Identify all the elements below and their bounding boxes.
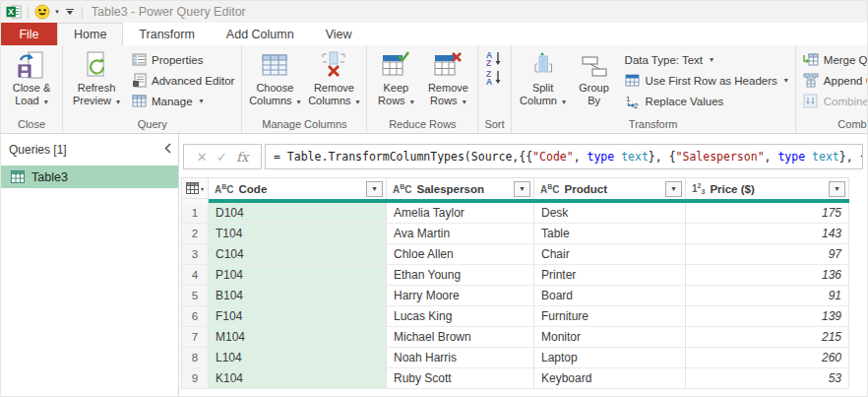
table-row: 7M104Michael BrownMonitor215 (182, 327, 849, 348)
query-list-item-table3[interactable]: Table3 (1, 165, 178, 188)
cell-product[interactable]: Table (534, 224, 686, 243)
cell-salesperson[interactable]: Michael Brown (387, 327, 534, 347)
manage-button[interactable]: Manage ▾ (127, 91, 238, 111)
cell-product[interactable]: Chair (534, 244, 686, 264)
cell-price[interactable]: 91 (686, 286, 849, 305)
cell-code[interactable]: C104 (209, 244, 387, 264)
filter-dropdown-button[interactable]: ▼ (514, 181, 530, 197)
keep-rows-button[interactable]: Keep Rows ▾ (370, 48, 421, 108)
group-by-button[interactable]: Group By (572, 48, 617, 107)
column-name: Price ($) (710, 183, 829, 195)
fx-icon[interactable]: fx (236, 150, 248, 165)
properties-button[interactable]: Properties (127, 49, 238, 70)
cell-product[interactable]: Board (534, 286, 686, 305)
row-number[interactable]: 7 (182, 327, 209, 347)
cell-price[interactable]: 175 (686, 203, 849, 223)
row-number[interactable]: 6 (182, 306, 209, 326)
replace-values-button[interactable]: 1 2 Replace Values (621, 91, 792, 111)
svg-text:Z: Z (486, 58, 491, 67)
cell-price[interactable]: 260 (686, 348, 849, 367)
cell-salesperson[interactable]: Lucas King (387, 306, 534, 326)
formula-text: = Table.TransformColumnTypes(Source,{{"C… (274, 150, 863, 164)
filter-dropdown-button[interactable]: ▼ (829, 181, 845, 197)
append-queries-button[interactable]: Append Queries ▾ (799, 70, 868, 91)
cell-salesperson[interactable]: Chloe Allen (387, 244, 534, 264)
column-header-price[interactable]: 123Price ($)▼ (686, 178, 849, 199)
formula-segment: , (574, 150, 588, 164)
cell-product[interactable]: Laptop (534, 348, 686, 367)
ribbon-group-reduce-rows: Keep Rows ▾ Remove Rows ▾ (367, 45, 478, 133)
row-number[interactable]: 3 (182, 244, 209, 264)
advanced-editor-button[interactable]: Advanced Editor (127, 70, 238, 91)
row-number[interactable]: 5 (182, 286, 209, 305)
customize-quick-access-icon[interactable] (64, 9, 76, 15)
choose-columns-label: Choose Columns (249, 82, 293, 106)
cell-code[interactable]: B104 (209, 286, 387, 305)
cell-code[interactable]: M104 (209, 327, 387, 347)
sort-ascending-button[interactable]: A Z (483, 49, 505, 68)
smiley-dropdown-caret[interactable]: ▾ (55, 8, 59, 16)
cell-code[interactable]: D104 (209, 203, 387, 223)
tab-transform[interactable]: Transform (123, 23, 211, 45)
formula-input[interactable]: = Table.TransformColumnTypes(Source,{{"C… (265, 144, 863, 169)
row-number[interactable]: 8 (182, 348, 209, 367)
text-type-icon[interactable]: ABC (540, 183, 560, 195)
column-header-code[interactable]: ABCCode▼ (209, 178, 387, 199)
row-number[interactable]: 2 (182, 224, 209, 243)
tab-add-column[interactable]: Add Column (211, 23, 310, 45)
row-number[interactable]: 4 (182, 265, 209, 285)
ribbon-group-query: Refresh Preview ▾ (63, 45, 242, 133)
cell-price[interactable]: 97 (686, 244, 849, 264)
cancel-formula-icon[interactable]: ✕ (197, 150, 208, 165)
tab-file[interactable]: File (1, 23, 57, 45)
tab-home[interactable]: Home (57, 23, 123, 45)
cell-code[interactable]: F104 (209, 306, 387, 326)
cell-salesperson[interactable]: Amelia Taylor (387, 203, 534, 223)
cell-code[interactable]: L104 (209, 348, 387, 367)
text-type-icon[interactable]: ABC (393, 183, 412, 195)
merge-queries-button[interactable]: Merge Queries ▾ (799, 49, 868, 70)
row-number[interactable]: 1 (182, 203, 209, 223)
cell-price[interactable]: 53 (686, 368, 849, 388)
choose-columns-button[interactable]: Choose Columns ▾ (245, 48, 304, 108)
cell-code[interactable]: P104 (209, 265, 387, 285)
cell-product[interactable]: Printer (534, 265, 686, 285)
cell-price[interactable]: 215 (686, 327, 849, 347)
cell-price[interactable]: 139 (686, 306, 849, 326)
cell-salesperson[interactable]: Ruby Scott (387, 368, 534, 388)
filter-dropdown-button[interactable]: ▼ (665, 181, 682, 197)
close-and-load-button[interactable]: Close & Load ▾ (4, 48, 59, 108)
use-first-row-as-headers-button[interactable]: Use First Row as Headers ▾ (621, 70, 792, 91)
data-type-button[interactable]: Data Type: Text ▾ (621, 49, 792, 70)
cell-salesperson[interactable]: Noah Harris (387, 348, 534, 367)
tab-view[interactable]: View (310, 23, 368, 45)
remove-columns-button[interactable]: Remove Columns ▾ (304, 48, 363, 108)
cell-salesperson[interactable]: Ava Martin (387, 224, 534, 243)
cell-product[interactable]: Furniture (534, 306, 686, 326)
cell-salesperson[interactable]: Ethan Young (387, 265, 534, 285)
filter-dropdown-button[interactable]: ▼ (366, 181, 383, 197)
cell-product[interactable]: Monitor (534, 327, 686, 347)
split-column-button[interactable]: Split Column ▾ (515, 48, 572, 108)
row-number[interactable]: 9 (182, 368, 209, 388)
column-header-product[interactable]: ABCProduct▼ (534, 178, 686, 199)
commit-formula-icon[interactable]: ✓ (217, 150, 227, 165)
column-header-salesperson[interactable]: ABCSalesperson▼ (387, 178, 534, 199)
replace-values-label: Replace Values (646, 96, 724, 107)
cell-price[interactable]: 136 (686, 265, 849, 285)
sort-descending-button[interactable]: Z A (483, 68, 505, 87)
queries-pane-title: Queries [1] (9, 143, 67, 157)
smiley-icon[interactable] (34, 4, 50, 20)
cell-salesperson[interactable]: Harry Moore (387, 286, 534, 305)
number-type-icon[interactable]: 123 (692, 182, 705, 195)
table-select-all-button[interactable]: ▾ (182, 178, 209, 199)
refresh-preview-button[interactable]: Refresh Preview ▾ (66, 48, 127, 108)
cell-code[interactable]: T104 (209, 224, 387, 243)
cell-price[interactable]: 143 (686, 224, 849, 243)
collapse-pane-icon[interactable] (164, 143, 172, 157)
cell-product[interactable]: Desk (534, 203, 686, 223)
text-type-icon[interactable]: ABC (215, 183, 234, 195)
cell-code[interactable]: K104 (209, 368, 387, 388)
cell-product[interactable]: Keyboard (534, 368, 686, 388)
remove-rows-button[interactable]: Remove Rows ▾ (421, 48, 474, 108)
